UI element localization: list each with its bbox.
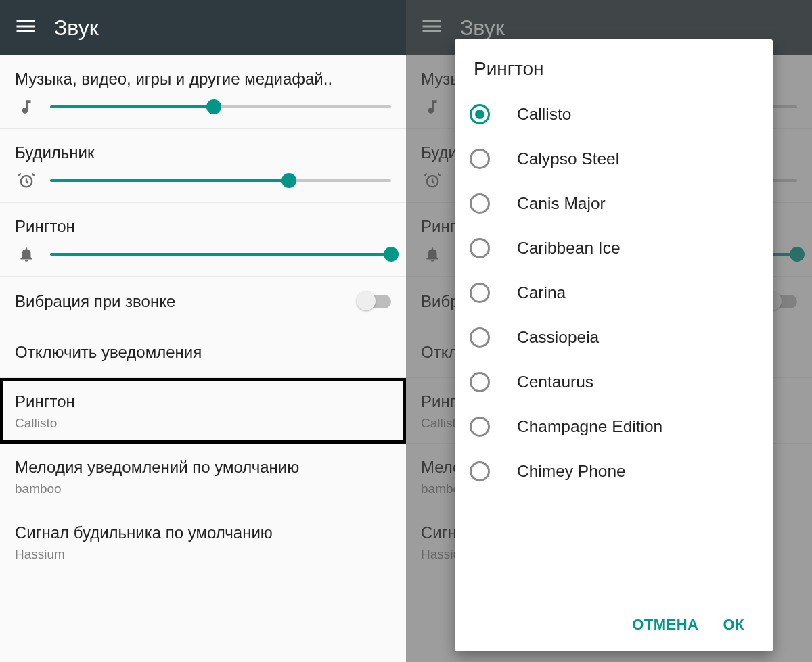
ringtone-row-label: Рингтон <box>15 392 391 412</box>
ringtone-row-value: Callisto <box>15 416 391 431</box>
radio-icon[interactable] <box>470 149 490 169</box>
ringtone-option[interactable]: Chimey Phone <box>455 449 773 494</box>
radio-icon[interactable] <box>470 372 490 392</box>
page-title: Звук <box>54 16 99 41</box>
radio-icon[interactable] <box>470 461 490 481</box>
ringtone-option[interactable]: Canis Major <box>455 181 773 226</box>
alarm-volume-label: Будильник <box>15 143 391 163</box>
ringtone-volume-label: Рингтон <box>15 216 391 237</box>
alarm-sound-label: Сигнал будильника по умолчанию <box>15 523 391 543</box>
music-note-icon <box>15 98 38 116</box>
ringtone-option-label: Calypso Steel <box>517 149 619 168</box>
cancel-button[interactable]: ОТМЕНА <box>632 616 698 634</box>
ringtone-option[interactable]: Caribbean Ice <box>455 226 773 270</box>
ringtone-option[interactable]: Callisto <box>455 92 773 137</box>
radio-icon[interactable] <box>470 238 490 258</box>
dialog-title: Рингтон <box>455 39 773 92</box>
ringtone-picker-dialog: Рингтон CallistoCalypso SteelCanis Major… <box>455 39 773 651</box>
alarm-sound-row[interactable]: Сигнал будильника по умолчанию Hassium <box>0 509 406 574</box>
sound-settings-screen-with-dialog: Звук Музыка, видео, игры и другие медиаф… <box>406 0 812 662</box>
media-volume-label: Музыка, видео, игры и другие медиафай.. <box>15 69 391 89</box>
dnd-label: Отключить уведомления <box>15 342 391 362</box>
ringtone-option-label: Chimey Phone <box>517 462 626 481</box>
sound-settings-screen: Звук Музыка, видео, игры и другие медиаф… <box>0 0 406 662</box>
ringtone-volume-row: Рингтон <box>0 203 406 277</box>
ringtone-option-label: Canis Major <box>517 194 606 213</box>
appbar: Звук <box>0 0 406 55</box>
ringtone-option-label: Cassiopeia <box>517 328 599 347</box>
alarm-clock-icon <box>15 171 38 190</box>
alarm-volume-slider[interactable] <box>50 171 391 190</box>
ringtone-option[interactable]: Cassiopeia <box>455 315 773 360</box>
ringtone-option[interactable]: Centaurus <box>455 360 773 404</box>
media-volume-slider[interactable] <box>50 97 391 116</box>
vibrate-label: Вибрация при звонке <box>15 291 175 312</box>
ringtone-option[interactable]: Carina <box>455 270 773 315</box>
settings-list: Музыка, видео, игры и другие медиафай.. … <box>0 55 406 574</box>
ringtone-option[interactable]: Calypso Steel <box>455 137 773 181</box>
radio-icon[interactable] <box>470 104 490 124</box>
vibrate-on-ring-row[interactable]: Вибрация при звонке <box>0 277 406 327</box>
do-not-disturb-row[interactable]: Отключить уведомления <box>0 327 406 378</box>
dialog-actions: ОТМЕНА ОК <box>455 602 773 651</box>
ringtone-option-label: Callisto <box>517 105 571 124</box>
alarm-sound-value: Hassium <box>15 547 391 562</box>
ringtone-option[interactable]: Champagne Edition <box>455 404 773 449</box>
radio-icon[interactable] <box>470 283 490 303</box>
ringtone-list: CallistoCalypso SteelCanis MajorCaribbea… <box>455 92 773 602</box>
notification-sound-label: Мелодия уведомлений по умолчанию <box>15 457 391 477</box>
ringtone-row[interactable]: Рингтон Callisto <box>0 378 406 444</box>
ringtone-option-label: Champagne Edition <box>517 417 662 436</box>
notification-sound-value: bamboo <box>15 481 391 496</box>
ringtone-option-label: Centaurus <box>517 373 593 392</box>
ringtone-option-label: Caribbean Ice <box>517 239 621 258</box>
radio-icon[interactable] <box>470 327 490 348</box>
notification-sound-row[interactable]: Мелодия уведомлений по умолчанию bamboo <box>0 444 406 509</box>
ringtone-option-label: Carina <box>517 283 566 302</box>
radio-icon[interactable] <box>470 193 490 214</box>
vibrate-toggle[interactable] <box>357 295 391 308</box>
alarm-volume-row: Будильник <box>0 129 406 203</box>
bell-icon <box>15 245 38 263</box>
ok-button[interactable]: ОК <box>723 616 744 634</box>
radio-icon[interactable] <box>470 417 490 437</box>
media-volume-row: Музыка, видео, игры и другие медиафай.. <box>0 55 406 129</box>
menu-icon[interactable] <box>14 14 38 41</box>
ringtone-volume-slider[interactable] <box>50 245 391 264</box>
